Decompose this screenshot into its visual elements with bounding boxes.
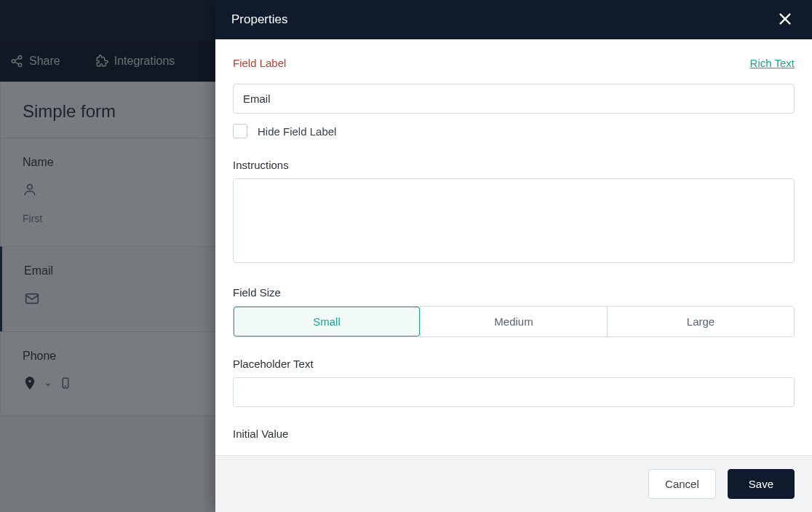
panel-body: Field Label Rich Text Hide Field Label I… (215, 39, 812, 455)
field-size-label: Field Size (233, 286, 795, 299)
save-button[interactable]: Save (728, 469, 795, 499)
initial-value-label: Initial Value (233, 428, 795, 440)
field-label-title: Field Label (233, 57, 286, 69)
panel-header: Properties (215, 0, 812, 39)
size-option-large[interactable]: Large (607, 307, 794, 336)
close-icon (777, 11, 793, 27)
properties-panel: Properties Field Label Rich Text Hide Fi… (215, 0, 812, 512)
panel-footer: Cancel Save (215, 455, 812, 512)
placeholder-input[interactable] (233, 377, 795, 407)
instructions-label: Instructions (233, 159, 795, 171)
hide-field-label-checkbox[interactable] (233, 124, 247, 138)
cancel-button[interactable]: Cancel (648, 469, 716, 499)
rich-text-link[interactable]: Rich Text (750, 57, 795, 69)
placeholder-label: Placeholder Text (233, 358, 795, 370)
size-option-small[interactable]: Small (234, 307, 420, 336)
hide-field-label-text: Hide Field Label (258, 125, 336, 138)
size-option-medium[interactable]: Medium (420, 307, 607, 336)
field-label-input[interactable] (233, 84, 795, 114)
panel-title: Properties (231, 12, 287, 27)
field-size-segmented: Small Medium Large (233, 306, 795, 337)
instructions-input[interactable] (233, 178, 795, 263)
close-button[interactable] (774, 8, 796, 32)
